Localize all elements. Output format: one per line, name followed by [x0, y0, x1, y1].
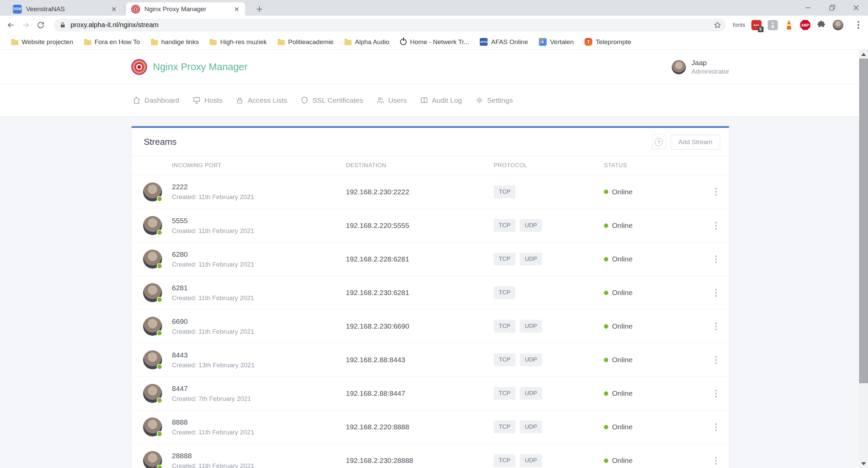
gray-extension-icon[interactable]: [768, 20, 778, 30]
bookmark-item[interactable]: Alpha Audio: [344, 38, 389, 46]
status-text: Online: [612, 188, 633, 196]
status-dot-icon: [604, 391, 608, 396]
prompter-icon: T: [585, 38, 592, 46]
app-nav: Dashboard Hosts Access Lists SSL Certifi…: [0, 84, 859, 117]
status-text: Online: [612, 389, 633, 397]
bookmark-item[interactable]: AFAS AFAS Online: [480, 38, 528, 46]
bookmark-item[interactable]: Home - Netwerk Tr...: [400, 38, 469, 46]
translate-icon: A: [539, 38, 547, 46]
app-header: Nginx Proxy Manager Jaap Administrator: [0, 50, 859, 84]
protocol-chip: UDP: [520, 219, 542, 232]
status-text: Online: [612, 255, 633, 263]
row-menu-button[interactable]: [713, 323, 729, 330]
stream-destination: 192.168.2.220:8888: [346, 423, 494, 431]
table-row[interactable]: 6281 Created: 11th February 2021 192.168…: [132, 276, 729, 309]
protocol-chip: UDP: [520, 454, 542, 467]
column-destination: Destination: [346, 162, 494, 169]
reload-button[interactable]: [33, 18, 48, 33]
table-row[interactable]: 5555 Created: 11th February 2021 192.168…: [132, 209, 729, 242]
stream-incoming-port: 8888: [172, 418, 346, 426]
row-menu-button[interactable]: [713, 356, 729, 364]
table-row[interactable]: 8447 Created: 7th February 2021 192.168.…: [132, 376, 729, 410]
scrollbar-thumb[interactable]: [859, 59, 868, 383]
table-row[interactable]: 6280 Created: 11th February 2021 192.168…: [132, 242, 729, 276]
table-header: Incoming Port Destination Protocol Statu…: [132, 156, 729, 175]
bookmark-item[interactable]: handige links: [151, 38, 199, 46]
help-button[interactable]: ?: [652, 135, 666, 149]
avatar: [143, 317, 162, 336]
tab-strip: DSM VeenstraNAS Nginx Proxy Manager: [0, 0, 868, 16]
status-text: Online: [612, 289, 633, 297]
page-scrollbar: [859, 50, 868, 468]
presence-dot-icon: [157, 431, 162, 437]
arrow-down-icon: [861, 462, 866, 465]
nav-item-settings[interactable]: Settings: [475, 96, 513, 105]
bookmark-item[interactable]: Politieacademie: [278, 38, 334, 46]
user-menu[interactable]: Jaap Administrator: [672, 50, 729, 84]
bookmark-star-icon[interactable]: [711, 19, 724, 32]
fonts-extension[interactable]: fonts: [733, 22, 745, 28]
protocol-badges: TCP: [494, 186, 604, 198]
nav-item-ssl-certificates[interactable]: SSL Certificates: [300, 96, 363, 105]
folder-icon: [151, 40, 158, 45]
bookmark-item[interactable]: Fora en How To: [84, 38, 140, 46]
status-badge: Online: [604, 221, 713, 230]
scroll-up-button[interactable]: [859, 50, 868, 59]
table-row[interactable]: 28888 Created: 11th February 2021 192.16…: [132, 444, 729, 468]
address-bar[interactable]: proxy.alpha-it.nl/nginx/stream: [54, 19, 726, 32]
row-menu-button[interactable]: [713, 188, 729, 196]
bookmark-item[interactable]: Website projecten: [11, 38, 73, 46]
add-stream-button[interactable]: Add Stream: [671, 135, 720, 150]
tab-close-icon[interactable]: [232, 4, 242, 14]
adblock-plus-extension-icon[interactable]: ABP: [800, 20, 810, 30]
row-menu-button[interactable]: [713, 457, 729, 465]
protocol-chip: UDP: [520, 353, 542, 366]
nav-item-access-lists[interactable]: Access Lists: [235, 96, 287, 105]
protocol-badges: TCPUDP: [494, 219, 604, 232]
table-row[interactable]: 8888 Created: 11th February 2021 192.168…: [132, 410, 729, 444]
row-menu-button[interactable]: [713, 222, 729, 230]
protocol-chip: UDP: [520, 421, 542, 433]
password-manager-extension-icon[interactable]: ••• 5: [751, 20, 762, 30]
stream-destination: 192.168.2.230:6281: [346, 289, 494, 297]
browser-menu-button[interactable]: [852, 19, 865, 32]
afas-icon: AFAS: [480, 38, 488, 46]
row-menu-button[interactable]: [713, 289, 729, 297]
new-tab-button[interactable]: [254, 3, 265, 15]
nav-item-users[interactable]: Users: [376, 96, 407, 105]
user-role: Administrator: [691, 68, 729, 75]
nav-item-audit-log[interactable]: Audit Log: [420, 96, 462, 105]
bookmark-item[interactable]: High-res muziek: [210, 38, 267, 46]
status-text: Online: [612, 456, 633, 465]
tab-nginx-proxy-manager[interactable]: Nginx Proxy Manager: [126, 2, 245, 16]
profile-avatar[interactable]: [833, 20, 843, 30]
minimize-button[interactable]: [796, 0, 820, 16]
user-avatar: [672, 60, 686, 74]
status-badge: Online: [604, 188, 713, 196]
table-body: 2222 Created: 11th February 2021 192.168…: [132, 175, 729, 468]
protocol-chip: TCP: [494, 421, 515, 433]
scroll-down-button[interactable]: [859, 459, 868, 468]
close-button[interactable]: [844, 0, 868, 16]
nav-item-dashboard[interactable]: Dashboard: [132, 96, 179, 105]
row-menu-button[interactable]: [713, 423, 729, 431]
forward-button[interactable]: [18, 18, 33, 33]
row-menu-button[interactable]: [713, 390, 729, 397]
tab-close-icon[interactable]: [109, 4, 119, 14]
tab-veenstranas[interactable]: DSM VeenstraNAS: [8, 2, 122, 16]
extensions-puzzle-icon[interactable]: [816, 20, 827, 30]
bookmark-item[interactable]: T Telepromptе: [585, 38, 631, 46]
table-row[interactable]: 2222 Created: 11th February 2021 192.168…: [132, 175, 729, 209]
restore-button[interactable]: [820, 0, 844, 16]
status-badge: Online: [604, 356, 713, 364]
bookmark-item[interactable]: A Vertalen: [539, 38, 574, 46]
nav-item-hosts[interactable]: Hosts: [192, 96, 223, 105]
back-button[interactable]: [3, 18, 18, 33]
lighthouse-extension-icon[interactable]: [784, 20, 794, 30]
window-controls: [796, 0, 868, 16]
row-menu-button[interactable]: [713, 255, 729, 263]
stream-incoming-port: 2222: [172, 183, 346, 191]
table-row[interactable]: 6690 Created: 11th February 2021 192.168…: [132, 309, 729, 343]
table-row[interactable]: 8443 Created: 13th February 2021 192.168…: [132, 343, 729, 376]
stream-destination: 192.168.2.228:6281: [346, 255, 494, 263]
